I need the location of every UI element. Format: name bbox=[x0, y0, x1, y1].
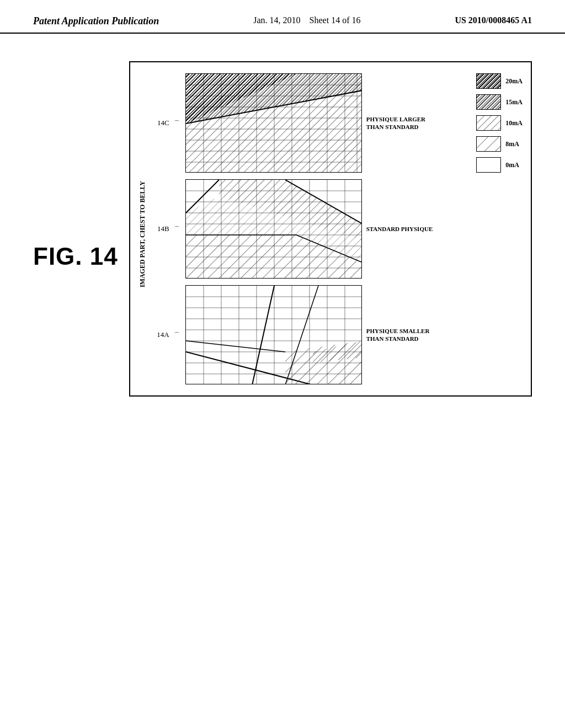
legend-20ma: 20mA bbox=[476, 73, 523, 89]
publication-title: Patent Application Publication bbox=[33, 15, 159, 27]
legend-15ma: 15mA bbox=[476, 94, 523, 110]
svg-rect-87 bbox=[477, 137, 501, 152]
pub-date: Jan. 14, 2010 bbox=[253, 15, 300, 25]
panel-14b-grid bbox=[185, 179, 362, 279]
legend-8ma: 8mA bbox=[476, 136, 523, 152]
diagram-left-label: IMAGED PART, CHEST TO BELLY bbox=[138, 170, 147, 287]
figure-label: FIG. 14 bbox=[33, 243, 118, 270]
page-header: Patent Application Publication Jan. 14, … bbox=[0, 0, 565, 34]
legend-10ma: 10mA bbox=[476, 115, 523, 131]
panel-14c: 14C ⌒ bbox=[154, 73, 461, 173]
panel-14a: 14A ⌒ bbox=[154, 285, 461, 384]
panel-14c-grid bbox=[185, 73, 362, 173]
diagram-box: IMAGED PART, CHEST TO BELLY 14C ⌒ bbox=[129, 61, 532, 397]
svg-rect-80 bbox=[477, 74, 501, 89]
legend-0ma: 0mA bbox=[476, 157, 523, 173]
svg-rect-88 bbox=[477, 158, 501, 173]
publication-date-sheet: Jan. 14, 2010 Sheet 14 of 16 bbox=[253, 15, 360, 25]
svg-rect-83 bbox=[477, 95, 501, 110]
publication-number: US 2010/0008465 A1 bbox=[455, 15, 532, 25]
panel-14b: 14B ⌒ bbox=[154, 179, 461, 279]
legend: 20mA 15mA bbox=[465, 73, 523, 173]
sheet-info: Sheet 14 of 16 bbox=[310, 15, 361, 25]
svg-rect-85 bbox=[477, 116, 501, 131]
panel-14a-grid bbox=[185, 285, 362, 384]
